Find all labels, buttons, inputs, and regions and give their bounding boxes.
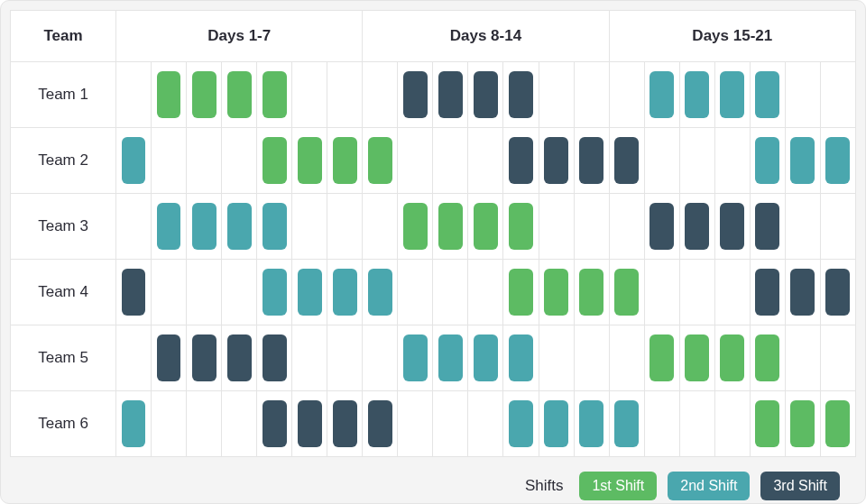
day-cell (222, 194, 257, 260)
day-cell (257, 391, 292, 457)
day-off (825, 203, 850, 250)
shift1-pill (755, 400, 779, 447)
table-row: Team 2 (11, 128, 856, 194)
col-week3: Days 15-21 (609, 11, 855, 62)
day-cell (152, 325, 187, 391)
day-cell (222, 325, 257, 391)
schedule-frame: Team Days 1-7 Days 8-14 Days 15-21 Team … (0, 0, 866, 504)
day-cell (609, 391, 644, 457)
day-off (227, 400, 252, 447)
day-cell (222, 391, 257, 457)
day-cell (750, 325, 785, 391)
day-off (474, 269, 498, 316)
day-off (368, 71, 392, 118)
shift1-pill (650, 334, 674, 381)
shift2-pill (755, 71, 779, 118)
day-cell (257, 128, 292, 194)
shift3-pill (263, 400, 287, 447)
day-cell (363, 128, 398, 194)
day-off (614, 334, 639, 381)
shift3-pill (720, 203, 744, 250)
table-row: Team 4 (11, 260, 856, 325)
day-cell (679, 194, 714, 260)
row-team-name: Team 3 (11, 194, 116, 260)
day-cell (187, 260, 222, 325)
day-off (579, 334, 603, 381)
day-off (298, 203, 322, 250)
day-cell (292, 128, 327, 194)
shift2-pill (579, 400, 603, 447)
shift2-pill (122, 137, 146, 184)
day-off (685, 137, 709, 184)
day-cell (644, 128, 679, 194)
shift2-pill (157, 203, 181, 250)
day-cell (644, 62, 679, 128)
shift3-pill (544, 137, 568, 184)
shift3-pill (685, 203, 709, 250)
row-team-name: Team 4 (11, 260, 116, 325)
day-cell (363, 62, 398, 128)
day-cell (292, 391, 327, 457)
day-cell (433, 62, 468, 128)
shift1-pill (263, 71, 287, 118)
day-cell (398, 194, 433, 260)
day-cell (750, 391, 785, 457)
day-cell (750, 62, 785, 128)
day-cell (820, 391, 855, 457)
day-cell (503, 325, 539, 391)
day-cell (398, 325, 433, 391)
header-row: Team Days 1-7 Days 8-14 Days 15-21 (11, 11, 856, 62)
shift3-pill (755, 203, 779, 250)
day-cell (116, 62, 152, 128)
day-cell (609, 325, 644, 391)
shift3-pill (122, 269, 146, 316)
day-off (122, 71, 146, 118)
day-cell (679, 391, 714, 457)
shift1-pill (825, 400, 850, 447)
shift1-pill (192, 71, 216, 118)
day-cell (187, 128, 222, 194)
day-cell (327, 128, 363, 194)
day-off (438, 400, 463, 447)
row-team-name: Team 5 (11, 325, 116, 391)
day-off (650, 269, 674, 316)
day-cell (644, 325, 679, 391)
shift3-pill (368, 400, 392, 447)
shift3-pill (333, 400, 357, 447)
table-row: Team 5 (11, 325, 856, 391)
day-cell (398, 260, 433, 325)
day-off (544, 71, 568, 118)
shift2-pill (509, 334, 533, 381)
table-row: Team 1 (11, 62, 856, 128)
day-cell (820, 128, 855, 194)
day-cell (468, 62, 503, 128)
day-cell (257, 325, 292, 391)
day-off (157, 137, 181, 184)
day-cell (116, 194, 152, 260)
shift1-pill (368, 137, 392, 184)
shift2-pill (685, 71, 709, 118)
shift3-pill (298, 400, 322, 447)
shift1-pill (720, 334, 744, 381)
day-off (544, 334, 568, 381)
shift2-pill (825, 137, 850, 184)
day-cell (433, 194, 468, 260)
day-cell (292, 260, 327, 325)
day-cell (679, 325, 714, 391)
day-cell (292, 194, 327, 260)
day-cell (468, 325, 503, 391)
day-cell (433, 260, 468, 325)
day-cell (503, 194, 539, 260)
shift3-pill (579, 137, 603, 184)
day-off (368, 203, 392, 250)
day-cell (820, 325, 855, 391)
shift3-pill (474, 71, 498, 118)
day-off (403, 400, 428, 447)
shift1-pill (755, 334, 779, 381)
day-off (720, 137, 744, 184)
day-cell (644, 391, 679, 457)
day-cell (539, 325, 574, 391)
day-off (650, 137, 674, 184)
shift2-pill (333, 269, 357, 316)
shift1-pill (263, 137, 287, 184)
